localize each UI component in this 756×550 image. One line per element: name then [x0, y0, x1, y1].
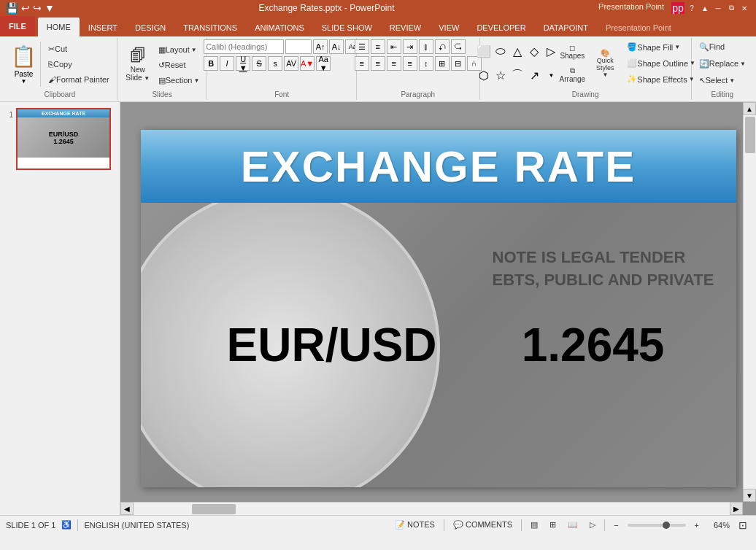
reset-button[interactable]: ↺ Reset	[155, 58, 203, 72]
align-text-button[interactable]: ⊟	[451, 56, 466, 71]
slide-thumbnail-1[interactable]: 1 EXCHANGE RATE EUR/USD 1.2645	[3, 108, 117, 170]
reset-icon: ↺	[158, 61, 165, 70]
tab-developer[interactable]: DEVELOPER	[468, 19, 534, 36]
font-name-input[interactable]	[204, 39, 284, 54]
align-left-button[interactable]: ≡	[355, 56, 369, 71]
tab-datapoint[interactable]: DATAPOINT	[535, 19, 597, 36]
zoom-level[interactable]: 64%	[708, 521, 730, 530]
tab-animations[interactable]: ANIMATIONS	[246, 19, 313, 36]
scroll-down-btn[interactable]: ▼	[743, 489, 756, 502]
zoom-thumb[interactable]	[663, 522, 670, 529]
ribbon-toggle-btn[interactable]: ▲	[699, 2, 711, 14]
grow-font-button[interactable]: A↑	[313, 39, 328, 54]
bullets-button[interactable]: ☰	[355, 39, 369, 54]
scroll-up-btn[interactable]: ▲	[743, 102, 756, 115]
shape-effects-button[interactable]: ✨ Shape Effects ▼	[624, 72, 698, 87]
find-button[interactable]: 🔍 Find	[696, 39, 728, 54]
h-scroll-thumb[interactable]	[192, 504, 236, 514]
shapes-button[interactable]: ◻ Shapes	[558, 41, 586, 63]
redo-icon[interactable]: ↪	[33, 2, 42, 14]
align-center-button[interactable]: ≡	[371, 56, 385, 71]
slide-preview[interactable]: EXCHANGE RATE EUR/USD 1.2645	[16, 108, 111, 170]
language-label[interactable]: ENGLISH (UNITED STATES)	[84, 521, 189, 530]
close-btn[interactable]: ✕	[738, 2, 750, 14]
tab-file[interactable]: FILE	[0, 16, 35, 36]
zoom-out-btn[interactable]: −	[611, 519, 621, 531]
layout-icon: ▦	[158, 45, 166, 55]
zoom-slider[interactable]	[628, 524, 686, 527]
slide-canvas[interactable]: EXCHANGE RATE EUR/USD 1.2645 NOTE IS LEG…	[141, 130, 736, 487]
copy-button[interactable]: ⎘ Copy	[45, 57, 112, 71]
decrease-indent-button[interactable]: ⇤	[387, 39, 401, 54]
font-color-button[interactable]: A▼	[300, 56, 315, 71]
fit-slide-btn[interactable]: ⊡	[736, 518, 750, 532]
shrink-font-button[interactable]: A↓	[329, 39, 344, 54]
bold-button[interactable]: B	[204, 56, 218, 71]
pp-icon[interactable]: pp	[671, 2, 684, 14]
tab-review[interactable]: REVIEW	[381, 19, 430, 36]
quick-styles-button[interactable]: 🎨 Quick Styles ▼	[589, 41, 621, 86]
numbering-button[interactable]: ≡	[371, 39, 385, 54]
tab-home[interactable]: HOME	[38, 18, 80, 36]
restore-btn[interactable]: ⧉	[725, 2, 737, 14]
tab-presentation-point[interactable]: Presentation Point	[597, 19, 680, 36]
zoom-in-btn[interactable]: +	[692, 519, 702, 531]
shadow-button[interactable]: s	[268, 56, 282, 71]
cut-button[interactable]: ✂ Cut	[45, 42, 112, 56]
char-spacing-button[interactable]: AV	[284, 56, 298, 71]
replace-button[interactable]: 🔄 Replace ▼	[696, 56, 749, 71]
slide-sorter-btn[interactable]: ⊞	[547, 519, 559, 531]
select-button[interactable]: ↖ Select ▼	[696, 73, 738, 88]
align-right-button[interactable]: ≡	[387, 56, 401, 71]
line-spacing-button[interactable]: ↕	[419, 56, 433, 71]
currency-pair-text[interactable]: EUR/USD	[227, 318, 437, 372]
rate-value-text[interactable]: 1.2645	[522, 318, 665, 372]
format-painter-button[interactable]: 🖌 Format Painter	[45, 72, 112, 87]
col-button[interactable]: ⫿	[419, 39, 433, 54]
ltr-button[interactable]: ⮎	[451, 39, 466, 54]
justify-button[interactable]: ≡	[403, 56, 417, 71]
text-direction-button[interactable]: ⊞	[435, 56, 450, 71]
minimize-btn[interactable]: ─	[712, 2, 724, 14]
section-button[interactable]: ▤ Section ▼	[155, 73, 203, 88]
shape-fill-button[interactable]: 🪣 Shape Fill ▼	[624, 40, 698, 55]
comments-btn[interactable]: 💬 COMMENTS	[450, 519, 515, 531]
help-btn[interactable]: ?	[686, 2, 698, 14]
layout-button[interactable]: ▦ Layout ▼	[155, 42, 203, 57]
font-size-input[interactable]	[285, 39, 312, 54]
increase-indent-button[interactable]: ⇥	[403, 39, 417, 54]
status-right: 📝 NOTES 💬 COMMENTS ▤ ⊞ 📖 ▷ − + 64% ⊡	[392, 518, 750, 532]
slideshow-btn[interactable]: ▷	[587, 519, 598, 531]
arrange-button[interactable]: ⧉ Arrange	[558, 64, 586, 86]
accessibility-icon[interactable]: ♿	[61, 520, 72, 530]
slide-title[interactable]: EXCHANGE RATE	[141, 130, 736, 203]
strikethrough-button[interactable]: S	[252, 56, 266, 71]
scroll-right-btn[interactable]: ▶	[730, 502, 743, 515]
undo-icon[interactable]: ↩	[21, 2, 30, 14]
v-scrollbar[interactable]	[743, 115, 756, 502]
italic-button[interactable]: I	[220, 56, 234, 71]
reading-view-btn[interactable]: 📖	[565, 519, 581, 531]
h-scrollbar[interactable]	[134, 502, 743, 515]
v-scroll-thumb[interactable]	[745, 117, 755, 153]
shape-outline-button[interactable]: ⬜ Shape Outline ▼	[624, 56, 698, 71]
tab-view[interactable]: VIEW	[430, 19, 468, 36]
new-slide-button[interactable]: 🗐 NewSlide ▼	[122, 42, 154, 87]
paste-button[interactable]: 📋 Paste ▼	[7, 42, 41, 87]
save-icon[interactable]: 💾	[6, 2, 18, 14]
notes-btn[interactable]: 📝 NOTES	[392, 519, 438, 531]
rtl-button[interactable]: ⮏	[435, 39, 450, 54]
normal-view-btn[interactable]: ▤	[528, 519, 541, 531]
paste-arrow[interactable]: ▼	[21, 78, 27, 85]
slide-body[interactable]: EUR/USD 1.2645 NOTE IS LEGAL TENDEREBTS,…	[141, 203, 736, 487]
tab-insert[interactable]: INSERT	[80, 19, 126, 36]
tab-design[interactable]: DESIGN	[126, 19, 174, 36]
tab-slideshow[interactable]: SLIDE SHOW	[313, 19, 381, 36]
main-area: 1 EXCHANGE RATE EUR/USD 1.2645 ◀ ▶ ▲ ▼	[0, 102, 756, 515]
change-case-button[interactable]: Aa ▼	[316, 56, 331, 71]
scroll-left-btn[interactable]: ◀	[120, 502, 134, 515]
underline-button[interactable]: U ▼	[236, 56, 250, 71]
customize-icon[interactable]: ▼	[45, 2, 55, 14]
status-bar: SLIDE 1 OF 1 ♿ ENGLISH (UNITED STATES) 📝…	[0, 515, 756, 534]
tab-transitions[interactable]: TRANSITIONS	[174, 19, 246, 36]
